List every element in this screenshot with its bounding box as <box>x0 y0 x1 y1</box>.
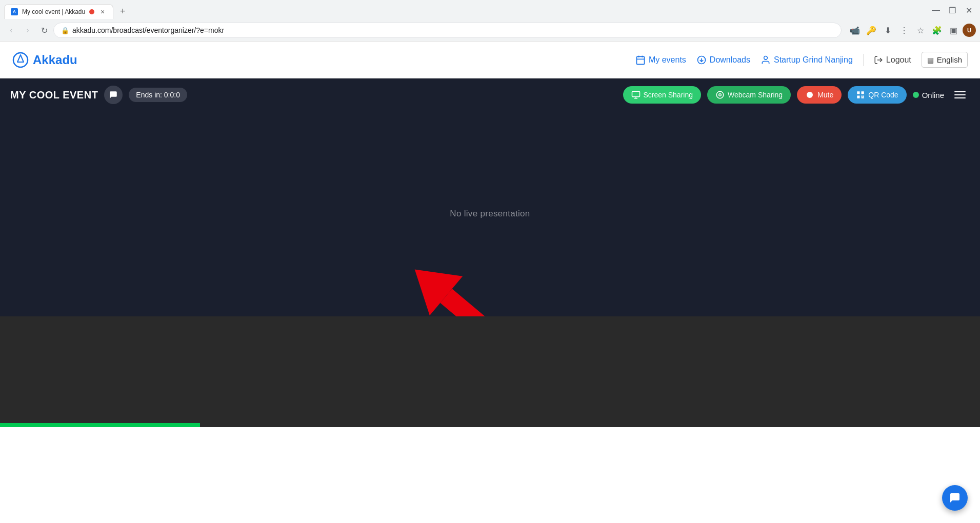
extensions-button[interactable]: 🧩 <box>930 23 944 37</box>
browser-nav: ‹ › ↻ 🔒 akkadu.com/broadcast/eventorgani… <box>0 19 980 41</box>
online-indicator: Online <box>913 91 944 99</box>
svg-point-15 <box>807 92 813 98</box>
svg-point-14 <box>719 94 722 96</box>
online-label: Online <box>922 91 944 99</box>
chat-icon <box>109 90 118 99</box>
maximize-button[interactable]: ❐ <box>945 3 959 17</box>
browser-actions: 📹 🔑 ⬇ ⋮ ☆ 🧩 ▣ U <box>848 23 976 37</box>
language-selector[interactable]: ▦ English <box>922 52 968 68</box>
downloads-label: Downloads <box>710 55 750 65</box>
close-window-button[interactable]: ✕ <box>962 3 976 17</box>
akkadu-logo-icon <box>12 52 29 68</box>
bottom-panel <box>0 316 980 427</box>
recording-dot <box>89 9 94 14</box>
profile-avatar[interactable]: U <box>963 24 976 37</box>
logo-text: Akkadu <box>33 53 77 67</box>
svg-marker-1 <box>17 55 24 62</box>
svg-rect-10 <box>632 91 639 97</box>
progress-bar <box>0 423 200 427</box>
svg-rect-21 <box>862 97 864 98</box>
svg-point-8 <box>764 56 768 59</box>
download-icon <box>696 55 707 65</box>
timer-badge: Ends in: 0:0:0 <box>129 88 187 102</box>
browser-tabs: A My cool event | Akkadu × + — ❐ ✕ <box>0 0 980 19</box>
webcam-sharing-label: Webcam Sharing <box>728 91 783 99</box>
mute-record-icon <box>805 90 814 99</box>
tab-favicon: A <box>11 8 18 15</box>
no-presentation-text: No live presentation <box>450 209 530 219</box>
url-text: akkadu.com/broadcast/eventorganizer/?e=m… <box>72 26 224 34</box>
minimize-button[interactable]: — <box>929 3 943 17</box>
bookmark-button[interactable]: ☆ <box>913 23 928 37</box>
mute-label: Mute <box>817 91 833 99</box>
browser-chrome: A My cool event | Akkadu × + — ❐ ✕ ‹ › ↻… <box>0 0 980 42</box>
webcam-icon <box>715 90 725 99</box>
svg-rect-19 <box>862 96 863 97</box>
organization-link[interactable]: Startup Grind Nanjing <box>761 55 853 65</box>
event-title: MY COOL EVENT <box>10 89 98 101</box>
more-button[interactable]: ⋮ <box>897 23 911 37</box>
svg-rect-16 <box>857 91 860 94</box>
tab-title: My cool event | Akkadu <box>22 8 85 15</box>
language-grid-icon: ▦ <box>927 56 934 64</box>
menu-line-2 <box>954 94 966 95</box>
svg-rect-22 <box>440 289 554 316</box>
my-events-label: My events <box>649 55 686 65</box>
svg-rect-2 <box>636 56 644 64</box>
presentation-stage: No live presentation <box>0 111 980 316</box>
cast-button[interactable]: 📹 <box>848 23 862 37</box>
screen-sharing-label: Screen Sharing <box>644 91 693 99</box>
webcam-sharing-button[interactable]: Webcam Sharing <box>707 86 791 104</box>
header-navigation: My events Downloads Startup Grind Nanjin… <box>635 52 968 68</box>
new-tab-button[interactable]: + <box>115 4 130 18</box>
chat-button[interactable] <box>104 86 123 104</box>
qr-code-icon <box>856 90 865 99</box>
mute-button[interactable]: Mute <box>797 86 842 104</box>
lock-icon: 🔒 <box>61 27 69 34</box>
logout-button[interactable]: Logout <box>874 55 911 65</box>
user-icon <box>761 55 771 65</box>
event-toolbar: MY COOL EVENT Ends in: 0:0:0 Screen Shar… <box>0 78 980 111</box>
reload-button[interactable]: ↻ <box>37 23 51 37</box>
menu-line-1 <box>954 91 966 92</box>
forward-button[interactable]: › <box>21 23 35 37</box>
tab-close-button[interactable]: × <box>98 8 107 16</box>
language-label: English <box>937 55 962 64</box>
svg-rect-17 <box>862 91 864 94</box>
svg-marker-23 <box>398 250 463 315</box>
logout-icon <box>874 55 883 65</box>
address-bar[interactable]: 🔒 akkadu.com/broadcast/eventorganizer/?e… <box>53 23 842 38</box>
logout-label: Logout <box>886 55 911 65</box>
svg-point-13 <box>716 91 724 98</box>
online-dot <box>913 92 919 98</box>
my-events-link[interactable]: My events <box>635 55 686 65</box>
nav-divider <box>863 54 864 66</box>
qr-code-button[interactable]: QR Code <box>848 86 906 104</box>
organization-label: Startup Grind Nanjing <box>774 55 853 65</box>
calendar-icon <box>635 55 646 65</box>
download-button[interactable]: ⬇ <box>881 23 895 37</box>
screen-sharing-button[interactable]: Screen Sharing <box>623 86 702 104</box>
back-button[interactable]: ‹ <box>4 23 18 37</box>
menu-line-3 <box>954 97 966 98</box>
password-button[interactable]: 🔑 <box>864 23 878 37</box>
svg-rect-20 <box>863 96 864 97</box>
downloads-link[interactable]: Downloads <box>696 55 750 65</box>
qr-code-label: QR Code <box>868 91 898 99</box>
timer-text: Ends in: 0:0:0 <box>136 91 180 99</box>
svg-rect-18 <box>857 96 860 98</box>
screen-share-icon <box>631 90 641 99</box>
sidebar-button[interactable]: ▣ <box>946 23 961 37</box>
app-logo[interactable]: Akkadu <box>12 52 77 68</box>
app-header: Akkadu My events Downloads <box>0 42 980 78</box>
browser-tab-active[interactable]: A My cool event | Akkadu × <box>4 4 113 19</box>
hamburger-menu-button[interactable] <box>950 89 970 100</box>
main-content: No live presentation <box>0 111 980 427</box>
